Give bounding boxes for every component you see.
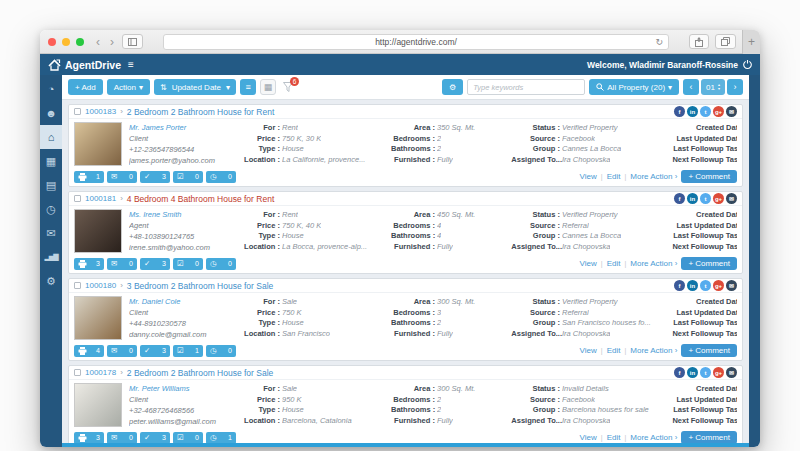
reminder-badge[interactable]: ◷ 0 bbox=[206, 171, 236, 183]
twitter-icon[interactable]: t bbox=[700, 280, 711, 291]
linkedin-icon[interactable]: in bbox=[687, 367, 698, 378]
view-link[interactable]: View bbox=[580, 346, 597, 355]
email-share-icon[interactable]: ✉ bbox=[726, 193, 737, 204]
row-checkbox[interactable] bbox=[74, 195, 81, 202]
facebook-icon[interactable]: f bbox=[674, 106, 685, 117]
close-window-button[interactable] bbox=[48, 38, 56, 46]
forward-button[interactable]: › bbox=[108, 36, 116, 48]
completed-task-badge[interactable]: ✓ 3 bbox=[140, 171, 170, 183]
googleplus-icon[interactable]: g+ bbox=[713, 280, 724, 291]
sidebar-item-tasks[interactable]: ▤ bbox=[40, 173, 62, 197]
property-id-link[interactable]: 1000183 bbox=[85, 107, 116, 116]
view-link[interactable]: View bbox=[580, 172, 597, 181]
action-dropdown[interactable]: Action ▾ bbox=[107, 79, 150, 95]
linkedin-icon[interactable]: in bbox=[687, 106, 698, 117]
edit-link[interactable]: Edit bbox=[607, 259, 621, 268]
checklist-badge[interactable]: ☑ 0 bbox=[173, 258, 203, 270]
completed-task-badge[interactable]: ✓ 3 bbox=[140, 345, 170, 357]
print-count-badge[interactable]: 4 bbox=[74, 345, 104, 357]
menu-icon[interactable]: ≡ bbox=[128, 59, 134, 70]
sidebar-toggle-icon[interactable] bbox=[122, 34, 143, 49]
property-title-link[interactable]: 2 Bedroom 2 Bathroom House for Sale bbox=[127, 368, 273, 378]
sidebar-item-contacts[interactable]: ☻ bbox=[40, 101, 62, 125]
property-scope-dropdown[interactable]: All Property (20) ▾ bbox=[589, 79, 679, 95]
list-view-toggle[interactable]: ≡ bbox=[240, 79, 256, 95]
linkedin-icon[interactable]: in bbox=[687, 193, 698, 204]
comment-button[interactable]: + Comment bbox=[681, 170, 737, 183]
comment-button[interactable]: + Comment bbox=[681, 431, 737, 443]
email-share-icon[interactable]: ✉ bbox=[726, 106, 737, 117]
contact-name-link[interactable]: Mr. Daniel Cole bbox=[129, 297, 235, 306]
property-photo[interactable] bbox=[74, 122, 122, 166]
next-page-button[interactable]: › bbox=[727, 79, 743, 95]
mail-count-badge[interactable]: ✉ 0 bbox=[107, 171, 137, 183]
share-icon[interactable] bbox=[689, 34, 709, 49]
linkedin-icon[interactable]: in bbox=[687, 280, 698, 291]
property-photo[interactable] bbox=[74, 296, 122, 340]
completed-task-badge[interactable]: ✓ 3 bbox=[140, 432, 170, 444]
logout-icon[interactable] bbox=[743, 60, 752, 69]
email-share-icon[interactable]: ✉ bbox=[726, 280, 737, 291]
address-bar[interactable]: http://agentdrive.com/ ↻ bbox=[163, 34, 669, 50]
facebook-icon[interactable]: f bbox=[674, 193, 685, 204]
tabs-overview-icon[interactable] bbox=[715, 34, 736, 49]
sidebar-item-mail[interactable]: ✉ bbox=[40, 221, 62, 245]
print-count-badge[interactable]: 3 bbox=[74, 258, 104, 270]
checklist-badge[interactable]: ☑ 0 bbox=[173, 171, 203, 183]
property-id-link[interactable]: 1000178 bbox=[85, 368, 116, 377]
more-action-link[interactable]: More Action › bbox=[630, 433, 677, 442]
googleplus-icon[interactable]: g+ bbox=[713, 367, 724, 378]
property-title-link[interactable]: 2 Bedroom 2 Bathroom House for Rent bbox=[127, 107, 274, 117]
stepper-arrows-icon[interactable]: ▴▾ bbox=[718, 83, 720, 91]
reminder-badge[interactable]: ◷ 0 bbox=[206, 345, 236, 357]
twitter-icon[interactable]: t bbox=[700, 193, 711, 204]
property-photo[interactable] bbox=[74, 383, 122, 427]
sidebar-item-dashboard[interactable]: ◔ bbox=[40, 77, 62, 101]
twitter-icon[interactable]: t bbox=[700, 106, 711, 117]
property-id-link[interactable]: 1000181 bbox=[85, 194, 116, 203]
filter-button[interactable]: 6 bbox=[280, 79, 296, 95]
view-link[interactable]: View bbox=[580, 433, 597, 442]
completed-task-badge[interactable]: ✓ 3 bbox=[140, 258, 170, 270]
back-button[interactable]: ‹ bbox=[94, 36, 102, 48]
contact-name-link[interactable]: Ms. Irene Smith bbox=[129, 210, 235, 219]
more-action-link[interactable]: More Action › bbox=[630, 172, 677, 181]
googleplus-icon[interactable]: g+ bbox=[713, 193, 724, 204]
search-input[interactable] bbox=[467, 79, 585, 95]
googleplus-icon[interactable]: g+ bbox=[713, 106, 724, 117]
sidebar-item-reports[interactable]: ▂▅▇ bbox=[40, 245, 62, 269]
mail-count-badge[interactable]: ✉ 0 bbox=[107, 432, 137, 444]
sidebar-item-properties[interactable]: ⌂ bbox=[40, 125, 62, 149]
property-title-link[interactable]: 4 Bedroom 4 Bathroom House for Rent bbox=[127, 194, 274, 204]
zoom-window-button[interactable] bbox=[76, 38, 84, 46]
new-tab-button[interactable]: + bbox=[742, 30, 760, 54]
row-checkbox[interactable] bbox=[74, 282, 81, 289]
reminder-badge[interactable]: ◷ 0 bbox=[206, 258, 236, 270]
grid-view-toggle[interactable]: ▦ bbox=[260, 79, 276, 95]
edit-link[interactable]: Edit bbox=[607, 172, 621, 181]
mail-count-badge[interactable]: ✉ 0 bbox=[107, 345, 137, 357]
sidebar-item-reminders[interactable]: ◷ bbox=[40, 197, 62, 221]
more-action-link[interactable]: More Action › bbox=[630, 346, 677, 355]
print-count-badge[interactable]: 1 bbox=[74, 171, 104, 183]
edit-link[interactable]: Edit bbox=[607, 346, 621, 355]
property-title-link[interactable]: 3 Bedroom 2 Bathroom House for Sale bbox=[127, 281, 273, 291]
print-count-badge[interactable]: 3 bbox=[74, 432, 104, 444]
property-photo[interactable] bbox=[74, 209, 122, 253]
checklist-badge[interactable]: ☑ 1 bbox=[173, 345, 203, 357]
checklist-badge[interactable]: ☑ 0 bbox=[173, 432, 203, 444]
sort-dropdown[interactable]: ⇅ Updated Date ▾ bbox=[154, 79, 236, 95]
add-button[interactable]: + Add bbox=[68, 79, 103, 95]
twitter-icon[interactable]: t bbox=[700, 367, 711, 378]
more-action-link[interactable]: More Action › bbox=[630, 259, 677, 268]
mail-count-badge[interactable]: ✉ 0 bbox=[107, 258, 137, 270]
facebook-icon[interactable]: f bbox=[674, 367, 685, 378]
view-link[interactable]: View bbox=[580, 259, 597, 268]
row-checkbox[interactable] bbox=[74, 108, 81, 115]
contact-name-link[interactable]: Mr. Peter Williams bbox=[129, 384, 235, 393]
settings-button[interactable]: ⚙ bbox=[442, 79, 463, 95]
page-number-stepper[interactable]: 01 ▴▾ bbox=[701, 79, 725, 95]
sidebar-item-settings[interactable]: ⚙ bbox=[40, 269, 62, 293]
sidebar-item-listings[interactable]: ▦ bbox=[40, 149, 62, 173]
reminder-badge[interactable]: ◷ 1 bbox=[206, 432, 236, 444]
